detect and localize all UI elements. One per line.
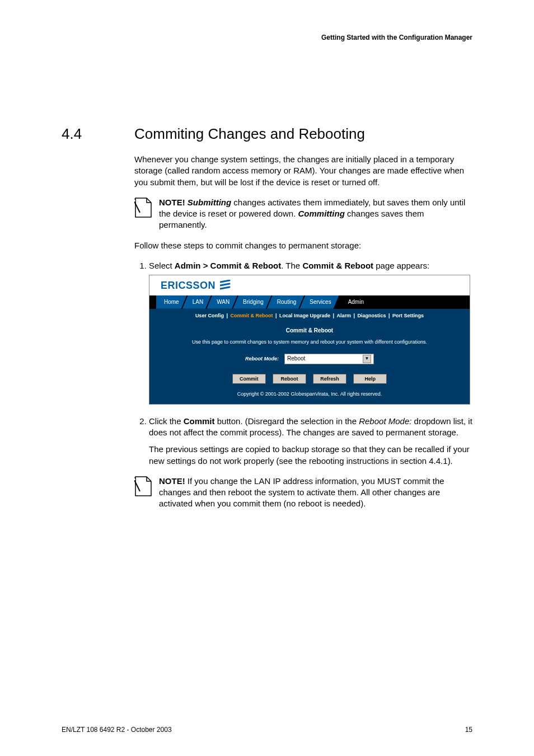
intro-paragraph: Whenever you change system settings, the… [134, 154, 472, 188]
steps-list: Select Admin > Commit & Reboot. The Comm… [134, 260, 472, 467]
step1-a: Select [149, 261, 175, 270]
note-icon [134, 197, 153, 219]
tab-bridging[interactable]: Bridging [233, 295, 271, 309]
follow-paragraph: Follow these steps to commit changes to … [134, 240, 472, 251]
sub-nav: User Config | Commit & Reboot | Local Im… [149, 309, 470, 322]
tab-wan[interactable]: WAN [207, 295, 237, 309]
note2-body: If you change the LAN IP address informa… [159, 476, 444, 509]
note-prefix: NOTE! [159, 198, 188, 207]
subnav-commit[interactable]: Commit & Reboot [230, 313, 273, 318]
step1-d: Commit & Reboot [302, 261, 373, 270]
mode-row: Reboot Mode: Reboot ▼ [155, 352, 464, 364]
step1-b: Admin > Commit & Reboot [175, 261, 281, 270]
tab-routing[interactable]: Routing [267, 295, 304, 309]
panel-title: Commit & Reboot [155, 325, 464, 339]
step2-b: Commit [184, 416, 215, 426]
panel-body: Commit & Reboot Use this page to commit … [149, 322, 470, 404]
logo-bar: ERICSSON [149, 275, 470, 295]
subnav-user[interactable]: User Config [195, 313, 224, 318]
page-footer: EN/LZT 108 6492 R2 - October 2003 15 [62, 726, 472, 734]
reboot-mode-value: Reboot [287, 355, 305, 363]
note-bold-2: Committing [298, 209, 344, 218]
note-block-2: NOTE! If you change the LAN IP address i… [134, 476, 472, 510]
tab-admin[interactable]: Admin [335, 295, 372, 309]
ericsson-logo-text: ERICSSON [161, 280, 216, 291]
subnav-image[interactable]: Local Image Upgrade [279, 313, 330, 318]
subnav-port[interactable]: Port Settings [392, 313, 424, 318]
reboot-mode-label: Reboot Mode: [245, 356, 279, 361]
note-text-2: NOTE! If you change the LAN IP address i… [159, 476, 472, 510]
refresh-button[interactable]: Refresh [313, 374, 346, 384]
copyright-text: Copyright © 2001-2002 GlobespanVirata, I… [155, 389, 464, 398]
step2-c: button. (Disregard the selection in the [215, 416, 359, 426]
nav-tabs: Home LAN WAN Bridging Routing Services A… [149, 295, 470, 309]
reboot-button[interactable]: Reboot [273, 374, 306, 384]
section-title: Commiting Changes and Rebooting [134, 125, 365, 143]
tab-lan[interactable]: LAN [182, 295, 211, 309]
subnav-alarm[interactable]: Alarm [337, 313, 352, 318]
step-2: Click the Commit button. (Disregard the … [149, 416, 472, 467]
embedded-screenshot: ERICSSON Home LAN WAN B [149, 275, 470, 405]
panel-desc: Use this page to commit changes to syste… [155, 339, 464, 345]
footer-left: EN/LZT 108 6492 R2 - October 2003 [62, 726, 172, 734]
running-header: Getting Started with the Configuration M… [62, 34, 472, 41]
footer-page-number: 15 [465, 726, 472, 734]
note-bold-1: Submitting [188, 198, 231, 207]
tab-services[interactable]: Services [299, 295, 339, 309]
ericsson-logo-icon [220, 280, 231, 293]
note2-prefix: NOTE! [159, 476, 188, 486]
help-button[interactable]: Help [353, 374, 387, 384]
step2-d: Reboot Mode: [359, 416, 411, 426]
reboot-mode-select[interactable]: Reboot ▼ [284, 354, 374, 364]
button-row: Commit Reboot Refresh Help [155, 372, 464, 384]
step2-a: Click the [149, 416, 184, 426]
chevron-down-icon[interactable]: ▼ [363, 355, 371, 363]
step-1: Select Admin > Commit & Reboot. The Comm… [149, 260, 472, 405]
commit-button[interactable]: Commit [232, 374, 266, 384]
subnav-diag[interactable]: Diagnostics [358, 313, 386, 318]
step1-c: . The [281, 261, 302, 270]
step2-followup: The previous settings are copied to back… [149, 444, 472, 467]
note-text-1: NOTE! Submitting changes activates them … [159, 197, 472, 231]
note-block-1: NOTE! Submitting changes activates them … [134, 197, 472, 231]
step1-e: page appears: [373, 261, 429, 270]
tab-home[interactable]: Home [156, 295, 187, 309]
note-icon [134, 476, 153, 498]
section-number: 4.4 [62, 125, 134, 143]
